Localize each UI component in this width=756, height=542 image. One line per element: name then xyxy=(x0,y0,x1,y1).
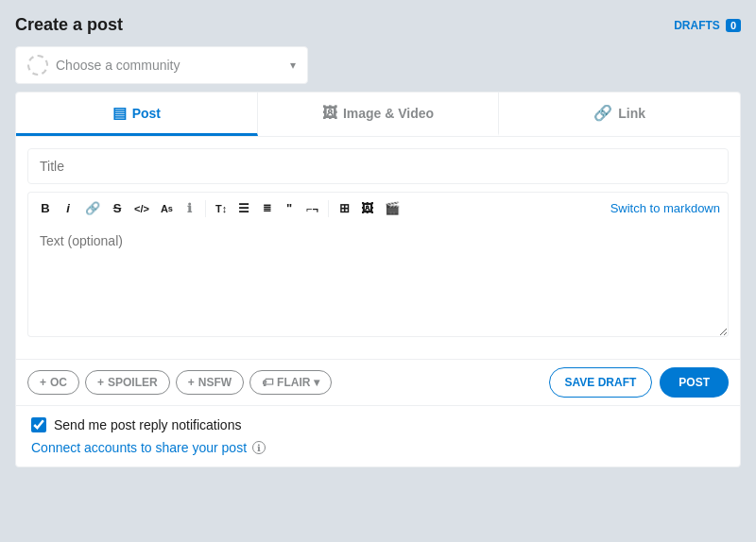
post-tab-icon: ▤ xyxy=(112,104,127,122)
post-button[interactable]: POST xyxy=(660,367,729,398)
spoiler-plus-icon: + xyxy=(97,376,104,389)
drafts-label: DRAFTS xyxy=(674,19,720,32)
oc-plus-icon: + xyxy=(40,376,46,389)
page-title: Create a post xyxy=(15,15,123,35)
flair-tag-icon: 🏷 xyxy=(262,376,273,389)
text-editor[interactable] xyxy=(27,224,729,337)
flair-button[interactable]: 🏷 FLAIR ▾ xyxy=(249,370,332,395)
superscript-button[interactable]: As xyxy=(157,200,177,217)
connect-info-icon[interactable]: ℹ xyxy=(252,441,266,454)
drafts-button[interactable]: DRAFTS 0 xyxy=(674,19,741,32)
link-tab-icon: 🔗 xyxy=(593,104,612,122)
toolbar-separator-2 xyxy=(328,200,329,217)
notifications-row: Send me post reply notifications xyxy=(31,417,725,432)
italic-button[interactable]: i xyxy=(59,198,77,218)
tab-link-label: Link xyxy=(618,106,645,121)
oc-label: OC xyxy=(50,376,67,389)
code-inline-button[interactable]: </> xyxy=(130,200,153,217)
quote-button[interactable]: " xyxy=(280,198,299,218)
content-area: B i 🔗 S </> As ℹ T↕ ☰ ≣ " ⌐¬ ⊞ 🖼 🎬 Switc… xyxy=(16,137,740,359)
nsfw-button[interactable]: + NSFW xyxy=(176,370,244,395)
community-selector[interactable]: Choose a community ▾ xyxy=(15,46,308,84)
heading-button[interactable]: T↕ xyxy=(212,200,231,217)
tab-link[interactable]: 🔗 Link xyxy=(499,93,740,136)
image-button[interactable]: 🖼 xyxy=(357,198,377,218)
video-button[interactable]: 🎬 xyxy=(381,198,404,218)
toolbar-separator-1 xyxy=(205,200,206,217)
flair-label: FLAIR xyxy=(277,376,310,389)
numbered-list-button[interactable]: ≣ xyxy=(257,199,276,217)
tab-post[interactable]: ▤ Post xyxy=(16,93,258,136)
connect-link-text: Connect accounts to share your post xyxy=(31,440,247,455)
nsfw-plus-icon: + xyxy=(188,376,195,389)
tab-image-video[interactable]: 🖼 Image & Video xyxy=(258,93,500,136)
spoiler-label: SPOILER xyxy=(108,376,158,389)
bold-button[interactable]: B xyxy=(36,198,55,218)
bullet-list-button[interactable]: ☰ xyxy=(234,198,253,218)
actions-row: + OC + SPOILER + NSFW 🏷 FLAIR ▾ SAVE DRA… xyxy=(16,359,740,405)
info-button[interactable]: ℹ xyxy=(180,198,199,218)
post-actions: SAVE DRAFT POST xyxy=(549,367,729,398)
table-button[interactable]: ⊞ xyxy=(335,198,353,218)
link-button[interactable]: 🔗 xyxy=(81,198,104,218)
image-video-tab-icon: 🖼 xyxy=(322,105,337,122)
footer-area: Send me post reply notifications Connect… xyxy=(16,405,740,466)
main-card: ▤ Post 🖼 Image & Video 🔗 Link B i 🔗 S </… xyxy=(15,92,741,467)
notifications-label: Send me post reply notifications xyxy=(54,417,241,432)
code-block-button[interactable]: ⌐¬ xyxy=(302,200,322,217)
tab-post-label: Post xyxy=(132,106,161,121)
tab-image-video-label: Image & Video xyxy=(343,106,434,121)
connect-accounts-link[interactable]: Connect accounts to share your post xyxy=(31,440,247,455)
community-icon xyxy=(27,55,48,76)
strikethrough-button[interactable]: S xyxy=(108,198,127,218)
flair-chevron-icon: ▾ xyxy=(314,376,319,389)
chevron-down-icon: ▾ xyxy=(290,59,296,72)
nsfw-label: NSFW xyxy=(198,376,232,389)
switch-markdown-button[interactable]: Switch to markdown xyxy=(610,201,720,215)
notifications-checkbox[interactable] xyxy=(31,417,46,432)
title-input[interactable] xyxy=(27,148,729,184)
drafts-count: 0 xyxy=(726,19,741,32)
editor-toolbar: B i 🔗 S </> As ℹ T↕ ☰ ≣ " ⌐¬ ⊞ 🖼 🎬 Switc… xyxy=(27,192,729,224)
spoiler-button[interactable]: + SPOILER xyxy=(85,370,170,395)
save-draft-button[interactable]: SAVE DRAFT xyxy=(549,367,653,398)
tab-bar: ▤ Post 🖼 Image & Video 🔗 Link xyxy=(16,93,740,137)
oc-button[interactable]: + OC xyxy=(27,370,79,395)
community-label: Choose a community xyxy=(56,58,283,73)
